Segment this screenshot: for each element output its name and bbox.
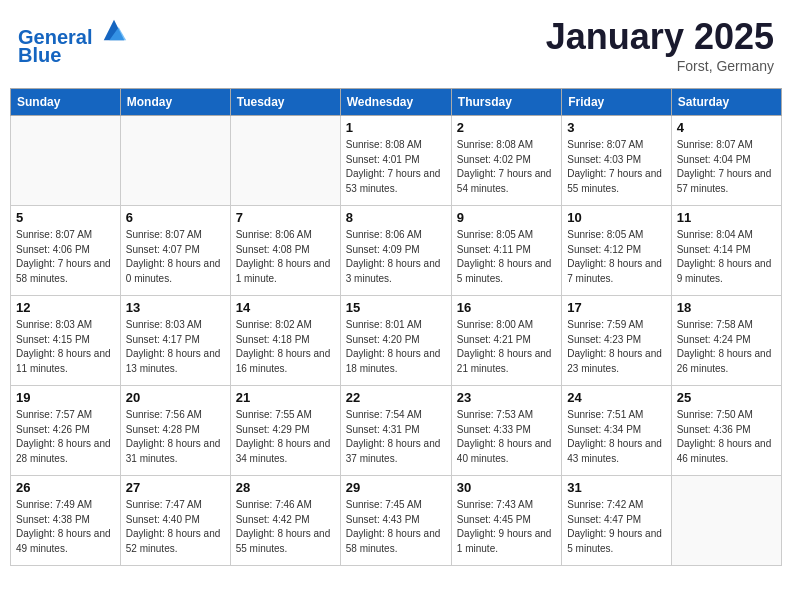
- day-info: Sunrise: 8:05 AM Sunset: 4:12 PM Dayligh…: [567, 228, 665, 286]
- calendar-cell: 6Sunrise: 8:07 AM Sunset: 4:07 PM Daylig…: [120, 206, 230, 296]
- day-info: Sunrise: 7:56 AM Sunset: 4:28 PM Dayligh…: [126, 408, 225, 466]
- calendar-cell: 16Sunrise: 8:00 AM Sunset: 4:21 PM Dayli…: [451, 296, 561, 386]
- day-info: Sunrise: 7:49 AM Sunset: 4:38 PM Dayligh…: [16, 498, 115, 556]
- calendar-cell: 22Sunrise: 7:54 AM Sunset: 4:31 PM Dayli…: [340, 386, 451, 476]
- day-number: 30: [457, 480, 556, 495]
- day-info: Sunrise: 8:03 AM Sunset: 4:17 PM Dayligh…: [126, 318, 225, 376]
- calendar-cell: 10Sunrise: 8:05 AM Sunset: 4:12 PM Dayli…: [562, 206, 671, 296]
- day-number: 22: [346, 390, 446, 405]
- weekday-header-sunday: Sunday: [11, 89, 121, 116]
- day-info: Sunrise: 8:06 AM Sunset: 4:09 PM Dayligh…: [346, 228, 446, 286]
- day-info: Sunrise: 7:53 AM Sunset: 4:33 PM Dayligh…: [457, 408, 556, 466]
- calendar-header-row: SundayMondayTuesdayWednesdayThursdayFrid…: [11, 89, 782, 116]
- day-info: Sunrise: 7:51 AM Sunset: 4:34 PM Dayligh…: [567, 408, 665, 466]
- day-number: 10: [567, 210, 665, 225]
- day-number: 28: [236, 480, 335, 495]
- calendar-cell: 21Sunrise: 7:55 AM Sunset: 4:29 PM Dayli…: [230, 386, 340, 476]
- day-number: 6: [126, 210, 225, 225]
- calendar-cell: 8Sunrise: 8:06 AM Sunset: 4:09 PM Daylig…: [340, 206, 451, 296]
- day-number: 27: [126, 480, 225, 495]
- day-number: 17: [567, 300, 665, 315]
- calendar-cell: 25Sunrise: 7:50 AM Sunset: 4:36 PM Dayli…: [671, 386, 781, 476]
- calendar-cell: [230, 116, 340, 206]
- weekday-header-tuesday: Tuesday: [230, 89, 340, 116]
- calendar-cell: 24Sunrise: 7:51 AM Sunset: 4:34 PM Dayli…: [562, 386, 671, 476]
- day-info: Sunrise: 7:59 AM Sunset: 4:23 PM Dayligh…: [567, 318, 665, 376]
- calendar-cell: 23Sunrise: 7:53 AM Sunset: 4:33 PM Dayli…: [451, 386, 561, 476]
- day-info: Sunrise: 8:03 AM Sunset: 4:15 PM Dayligh…: [16, 318, 115, 376]
- day-number: 21: [236, 390, 335, 405]
- calendar-week-2: 5Sunrise: 8:07 AM Sunset: 4:06 PM Daylig…: [11, 206, 782, 296]
- day-info: Sunrise: 8:08 AM Sunset: 4:02 PM Dayligh…: [457, 138, 556, 196]
- day-number: 31: [567, 480, 665, 495]
- weekday-header-wednesday: Wednesday: [340, 89, 451, 116]
- day-info: Sunrise: 8:01 AM Sunset: 4:20 PM Dayligh…: [346, 318, 446, 376]
- day-info: Sunrise: 8:07 AM Sunset: 4:06 PM Dayligh…: [16, 228, 115, 286]
- day-number: 2: [457, 120, 556, 135]
- month-title: January 2025: [546, 16, 774, 58]
- day-number: 24: [567, 390, 665, 405]
- calendar-cell: 20Sunrise: 7:56 AM Sunset: 4:28 PM Dayli…: [120, 386, 230, 476]
- day-number: 26: [16, 480, 115, 495]
- weekday-header-friday: Friday: [562, 89, 671, 116]
- day-number: 15: [346, 300, 446, 315]
- day-info: Sunrise: 7:54 AM Sunset: 4:31 PM Dayligh…: [346, 408, 446, 466]
- day-number: 11: [677, 210, 776, 225]
- day-number: 8: [346, 210, 446, 225]
- day-info: Sunrise: 8:08 AM Sunset: 4:01 PM Dayligh…: [346, 138, 446, 196]
- day-info: Sunrise: 7:43 AM Sunset: 4:45 PM Dayligh…: [457, 498, 556, 556]
- title-block: January 2025 Forst, Germany: [546, 16, 774, 74]
- day-info: Sunrise: 8:07 AM Sunset: 4:03 PM Dayligh…: [567, 138, 665, 196]
- weekday-header-saturday: Saturday: [671, 89, 781, 116]
- day-info: Sunrise: 8:07 AM Sunset: 4:04 PM Dayligh…: [677, 138, 776, 196]
- day-number: 7: [236, 210, 335, 225]
- day-number: 1: [346, 120, 446, 135]
- calendar-cell: 30Sunrise: 7:43 AM Sunset: 4:45 PM Dayli…: [451, 476, 561, 566]
- calendar-cell: 15Sunrise: 8:01 AM Sunset: 4:20 PM Dayli…: [340, 296, 451, 386]
- location-subtitle: Forst, Germany: [546, 58, 774, 74]
- calendar-cell: 26Sunrise: 7:49 AM Sunset: 4:38 PM Dayli…: [11, 476, 121, 566]
- day-info: Sunrise: 8:05 AM Sunset: 4:11 PM Dayligh…: [457, 228, 556, 286]
- calendar-cell: 2Sunrise: 8:08 AM Sunset: 4:02 PM Daylig…: [451, 116, 561, 206]
- day-info: Sunrise: 7:55 AM Sunset: 4:29 PM Dayligh…: [236, 408, 335, 466]
- day-number: 18: [677, 300, 776, 315]
- day-number: 13: [126, 300, 225, 315]
- day-info: Sunrise: 8:07 AM Sunset: 4:07 PM Dayligh…: [126, 228, 225, 286]
- calendar-body: 1Sunrise: 8:08 AM Sunset: 4:01 PM Daylig…: [11, 116, 782, 566]
- day-number: 29: [346, 480, 446, 495]
- logo: General Blue: [18, 16, 128, 66]
- calendar-cell: [11, 116, 121, 206]
- calendar-cell: 12Sunrise: 8:03 AM Sunset: 4:15 PM Dayli…: [11, 296, 121, 386]
- page-header: General Blue January 2025 Forst, Germany: [10, 10, 782, 80]
- logo-icon: [100, 16, 128, 44]
- day-info: Sunrise: 7:50 AM Sunset: 4:36 PM Dayligh…: [677, 408, 776, 466]
- calendar-cell: 1Sunrise: 8:08 AM Sunset: 4:01 PM Daylig…: [340, 116, 451, 206]
- calendar-cell: 9Sunrise: 8:05 AM Sunset: 4:11 PM Daylig…: [451, 206, 561, 296]
- calendar-cell: 18Sunrise: 7:58 AM Sunset: 4:24 PM Dayli…: [671, 296, 781, 386]
- calendar-week-1: 1Sunrise: 8:08 AM Sunset: 4:01 PM Daylig…: [11, 116, 782, 206]
- calendar-cell: 4Sunrise: 8:07 AM Sunset: 4:04 PM Daylig…: [671, 116, 781, 206]
- day-number: 4: [677, 120, 776, 135]
- day-number: 16: [457, 300, 556, 315]
- calendar-cell: 5Sunrise: 8:07 AM Sunset: 4:06 PM Daylig…: [11, 206, 121, 296]
- day-number: 23: [457, 390, 556, 405]
- day-info: Sunrise: 7:42 AM Sunset: 4:47 PM Dayligh…: [567, 498, 665, 556]
- day-number: 14: [236, 300, 335, 315]
- day-number: 12: [16, 300, 115, 315]
- calendar-cell: [671, 476, 781, 566]
- day-info: Sunrise: 8:06 AM Sunset: 4:08 PM Dayligh…: [236, 228, 335, 286]
- calendar-cell: 27Sunrise: 7:47 AM Sunset: 4:40 PM Dayli…: [120, 476, 230, 566]
- day-info: Sunrise: 7:58 AM Sunset: 4:24 PM Dayligh…: [677, 318, 776, 376]
- calendar-week-4: 19Sunrise: 7:57 AM Sunset: 4:26 PM Dayli…: [11, 386, 782, 476]
- day-number: 3: [567, 120, 665, 135]
- day-info: Sunrise: 7:46 AM Sunset: 4:42 PM Dayligh…: [236, 498, 335, 556]
- calendar-cell: 28Sunrise: 7:46 AM Sunset: 4:42 PM Dayli…: [230, 476, 340, 566]
- calendar-cell: 19Sunrise: 7:57 AM Sunset: 4:26 PM Dayli…: [11, 386, 121, 476]
- calendar-cell: 11Sunrise: 8:04 AM Sunset: 4:14 PM Dayli…: [671, 206, 781, 296]
- calendar-cell: [120, 116, 230, 206]
- calendar-week-3: 12Sunrise: 8:03 AM Sunset: 4:15 PM Dayli…: [11, 296, 782, 386]
- day-number: 20: [126, 390, 225, 405]
- day-info: Sunrise: 7:57 AM Sunset: 4:26 PM Dayligh…: [16, 408, 115, 466]
- day-info: Sunrise: 8:02 AM Sunset: 4:18 PM Dayligh…: [236, 318, 335, 376]
- calendar-cell: 7Sunrise: 8:06 AM Sunset: 4:08 PM Daylig…: [230, 206, 340, 296]
